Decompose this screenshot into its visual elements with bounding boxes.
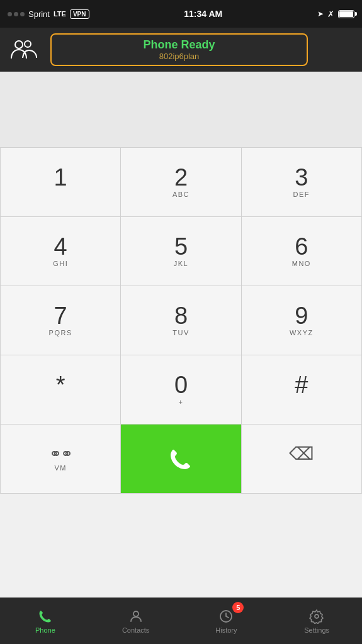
dial-key-6-number: 6: [295, 235, 308, 258]
svg-point-4: [315, 614, 319, 618]
dial-key-0-number: 0: [174, 373, 188, 397]
dial-key-star-number: *: [56, 373, 65, 397]
dial-key-1-number: 1: [54, 165, 67, 189]
dial-key-0[interactable]: 0 +: [121, 355, 241, 425]
battery-indicator: [338, 10, 354, 18]
contacts-tab-icon: [128, 609, 144, 624]
dial-key-8-number: 8: [174, 304, 188, 328]
display-area: [0, 72, 362, 147]
signal-dot-1: [8, 12, 12, 16]
dial-key-hash[interactable]: #: [242, 355, 362, 425]
phone-plan-label: 802ip6plan: [67, 52, 291, 61]
voicemail-label: VM: [54, 464, 67, 473]
tab-phone[interactable]: Phone: [0, 598, 91, 644]
dial-key-2[interactable]: 2 ABC: [121, 148, 241, 217]
dial-key-hash-number: #: [295, 373, 308, 397]
group-icon: [10, 36, 38, 64]
dial-key-9-number: 9: [295, 304, 308, 328]
dial-key-6[interactable]: 6 MNO: [242, 217, 362, 286]
tab-settings-label: Settings: [304, 626, 329, 634]
phone-status-label: Phone Ready: [67, 38, 291, 52]
tab-contacts-label: Contacts: [122, 626, 149, 634]
dial-key-7-number: 7: [54, 304, 67, 328]
dial-key-5[interactable]: 5 JKL: [121, 217, 241, 286]
backspace-button[interactable]: ⌫: [242, 425, 362, 494]
dial-key-3[interactable]: 3 DEF: [242, 148, 362, 217]
tab-history[interactable]: History 5: [181, 598, 272, 644]
dial-key-star[interactable]: *: [1, 355, 121, 425]
call-button[interactable]: [121, 425, 241, 494]
tab-settings[interactable]: Settings: [271, 598, 362, 644]
bluetooth-icon: ✗: [327, 9, 334, 19]
signal-dot-2: [14, 12, 18, 16]
network-type-label: LTE: [54, 10, 66, 18]
status-left: Sprint LTE VPN: [8, 9, 89, 19]
dial-key-4[interactable]: 4 GHI: [1, 217, 121, 286]
dial-key-2-letters: ABC: [173, 191, 189, 199]
dial-key-9-letters: WXYZ: [290, 329, 314, 338]
tab-bar: Phone Contacts History 5 Settings: [0, 597, 362, 644]
backspace-icon: ⌫: [289, 443, 314, 464]
dial-key-3-number: 3: [295, 165, 308, 189]
svg-point-1: [25, 41, 31, 47]
vpn-badge: VPN: [70, 9, 89, 19]
call-icon: [169, 447, 193, 471]
settings-tab-icon: [309, 609, 324, 624]
voicemail-button[interactable]: ⚭⚭ VM: [1, 425, 121, 494]
dial-key-9[interactable]: 9 WXYZ: [242, 286, 362, 355]
phone-status-box: Phone Ready 802ip6plan: [50, 33, 308, 66]
signal-dots: [8, 12, 25, 16]
dial-key-1[interactable]: 1: [1, 148, 121, 217]
svg-point-2: [133, 611, 139, 616]
dial-key-2-number: 2: [174, 165, 188, 189]
battery-fill: [339, 11, 353, 17]
tab-phone-label: Phone: [35, 626, 55, 634]
dial-key-5-number: 5: [174, 235, 188, 258]
dial-key-7-letters: PQRS: [49, 329, 72, 338]
status-bar: Sprint LTE VPN 11:34 AM ➤ ✗: [0, 0, 362, 28]
location-icon: ➤: [317, 9, 324, 18]
voicemail-icon: ⚭⚭: [49, 445, 72, 463]
dial-key-0-letters: +: [179, 398, 184, 407]
carrier-label: Sprint: [28, 9, 50, 19]
signal-dot-3: [20, 12, 25, 16]
header: Phone Ready 802ip6plan: [0, 28, 362, 72]
dial-key-8[interactable]: 8 TUV: [121, 286, 241, 355]
status-right: ➤ ✗: [317, 9, 354, 19]
status-time: 11:34 AM: [184, 9, 222, 19]
dial-key-3-letters: DEF: [293, 191, 310, 199]
dial-key-5-letters: JKL: [174, 260, 188, 269]
tab-contacts[interactable]: Contacts: [91, 598, 181, 644]
tab-history-label: History: [215, 626, 237, 634]
history-badge: 5: [232, 602, 244, 613]
dial-key-4-number: 4: [54, 235, 67, 258]
dial-key-8-letters: TUV: [173, 329, 189, 338]
svg-point-0: [15, 41, 23, 48]
dialpad: 1 2 ABC 3 DEF 4 GHI 5 JKL 6 MNO 7 PQRS 8…: [0, 147, 362, 494]
dial-key-6-letters: MNO: [292, 260, 311, 269]
dial-key-7[interactable]: 7 PQRS: [1, 286, 121, 355]
dial-key-4-letters: GHI: [53, 260, 68, 269]
history-tab-icon: [218, 609, 234, 624]
phone-tab-icon: [38, 609, 53, 624]
